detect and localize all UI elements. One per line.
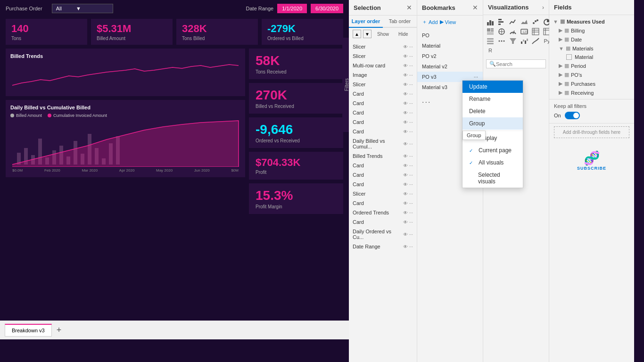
ctx-selected-visuals[interactable]: ✓ Selected visuals	[462, 169, 523, 188]
viz-icon-scatter[interactable]	[531, 18, 540, 26]
list-item[interactable]: Card 👁···	[349, 180, 417, 189]
viz-icon-treemap[interactable]	[486, 27, 495, 36]
filters-panel: Filters	[342, 38, 349, 132]
ctx-delete[interactable]: Delete	[462, 105, 523, 117]
eye-icon: 👁	[403, 63, 408, 68]
bm-add-btn[interactable]: ＋ Add	[422, 18, 438, 25]
eye-icon: 👁	[403, 182, 408, 187]
list-item[interactable]: Slicer 👁···	[349, 42, 417, 51]
tab-layer-order[interactable]: Layer order	[349, 16, 383, 28]
viz-icon-ribbon[interactable]	[531, 37, 540, 45]
list-item[interactable]: Slicer 👁···	[349, 189, 417, 198]
list-item[interactable]: Daily Ordered vs Cu... 👁···	[349, 227, 417, 242]
viz-icon-area[interactable]	[520, 18, 528, 26]
viz-icon-r[interactable]: R	[486, 46, 495, 55]
list-item[interactable]: Date Range 👁···	[349, 242, 417, 251]
list-item[interactable]: Billed Trends 👁···	[349, 151, 417, 161]
top-bar: Purchase Order All ▼ Date Range 1/1/2020…	[0, 0, 349, 17]
viz-icon-line[interactable]	[509, 18, 517, 26]
viz-icon-funnel[interactable]	[509, 37, 517, 45]
date-end-btn[interactable]: 6/30/2020	[311, 4, 343, 13]
tab-tab-order[interactable]: Tab order	[383, 16, 417, 27]
bookmark-material-v2[interactable]: Material v2	[417, 61, 483, 72]
list-item[interactable]: Card 👁···	[349, 127, 417, 136]
bookmark-more-icon[interactable]: ···	[474, 74, 478, 80]
bookmarks-close-icon[interactable]: ✕	[472, 4, 478, 11]
viz-search-input[interactable]	[496, 61, 543, 67]
ctx-update[interactable]: Update	[462, 81, 523, 93]
selection-close-icon[interactable]: ✕	[406, 4, 412, 11]
more-icon: ···	[409, 73, 413, 78]
viz-icon-card[interactable]: 123	[520, 27, 528, 36]
ctx-group[interactable]: Group Group	[462, 117, 523, 130]
tree-billing[interactable]: ▶ ▦ Billing	[549, 26, 634, 35]
list-item[interactable]: Slicer 👁···	[349, 51, 417, 61]
ctx-rename[interactable]: Rename	[462, 93, 523, 105]
tree-pos[interactable]: ▶ ▦ PO's	[549, 70, 634, 79]
tree-period[interactable]: ▶ ▦ Period	[549, 61, 634, 70]
viz-icon-gauge[interactable]	[509, 27, 517, 36]
ctx-all-visuals[interactable]: ✓ All visuals	[462, 156, 523, 169]
toggle-thumb	[573, 113, 579, 118]
po-select[interactable]: All ▼	[52, 4, 113, 13]
bm-view-btn[interactable]: ▶ View	[440, 18, 456, 25]
date-range-label: Date Range	[246, 6, 274, 11]
show-btn[interactable]: Show	[373, 31, 393, 38]
list-item[interactable]: Image 👁···	[349, 70, 417, 80]
material-checkbox[interactable]	[566, 54, 572, 60]
x-axis-labels: $0.0M Feb 2020 Mar 2020 Apr 2020 May 202…	[10, 168, 240, 173]
selection-title: Selection	[354, 4, 381, 11]
keep-filters-toggle[interactable]	[565, 112, 580, 119]
tree-receiving[interactable]: ▶ ▦ Receiving	[549, 88, 634, 97]
arrow-up-btn[interactable]: ▲	[353, 30, 361, 38]
list-item[interactable]: Daily Billed vs Cumul... 👁···	[349, 136, 417, 151]
viz-icon-bar[interactable]	[497, 18, 506, 26]
list-item[interactable]: Card 👁···	[349, 99, 417, 108]
list-item[interactable]: Card 👁···	[349, 117, 417, 127]
eye-icon: 👁	[403, 210, 408, 215]
ctx-current-page[interactable]: ✓ Current page	[462, 144, 523, 156]
chevron-down-icon: ▼	[553, 19, 558, 25]
tree-date[interactable]: ▶ ▦ Date	[549, 35, 634, 44]
list-item[interactable]: Card 👁···	[349, 161, 417, 170]
list-item[interactable]: Card 👁···	[349, 108, 417, 117]
tree-materials[interactable]: ▼ ▦ Materials	[549, 44, 634, 53]
arrow-down-btn[interactable]: ▼	[363, 30, 372, 38]
table-icon: ▦	[560, 18, 565, 25]
filters-label: Filters	[344, 78, 349, 91]
metric-tons: 140 Tons	[6, 19, 87, 45]
bookmark-material[interactable]: Material	[417, 41, 483, 51]
viz-icon-map[interactable]	[497, 27, 506, 36]
tree-material-item[interactable]: Material	[549, 53, 634, 61]
date-start-btn[interactable]: 1/1/2020	[277, 4, 307, 13]
metric-tons-billed-label: Tons Billed	[182, 36, 252, 41]
add-tab-button[interactable]: +	[54, 325, 65, 335]
profit-margin-card: 15.3% Profit Margin	[249, 183, 343, 214]
viz-icon-more[interactable]	[497, 37, 506, 45]
hide-btn[interactable]: Hide	[395, 31, 412, 38]
bookmark-po[interactable]: PO	[417, 30, 483, 41]
page-tab-breakdown[interactable]: Breakdown v3	[5, 324, 52, 337]
bm-actions: ＋ Add ▶ View	[417, 16, 483, 28]
list-item[interactable]: Card 👁···	[349, 170, 417, 180]
viz-icon-stacked-bar[interactable]	[486, 18, 495, 26]
list-item[interactable]: Ordered Trends 👁···	[349, 208, 417, 217]
list-item[interactable]: Slicer 👁···	[349, 80, 417, 89]
drill-through-section: Add drill-through fields here	[549, 123, 634, 141]
tree-purchases[interactable]: ▶ ▦ Purchases	[549, 79, 634, 88]
tree-measures-used[interactable]: ▼ ▦ Measures Used	[549, 17, 634, 26]
metrics-row: 140 Tons $5.31M Billed Amount 328K Tons …	[0, 17, 349, 47]
more-icon: ···	[409, 163, 413, 168]
viz-icon-slicer[interactable]	[486, 37, 495, 45]
list-item[interactable]: Multi-row card 👁···	[349, 61, 417, 70]
list-item[interactable]: Card 👁···	[349, 217, 417, 227]
viz-icon-table[interactable]	[531, 27, 540, 36]
chart-legend: Billed Amount Cumulative Invoiced Amount	[10, 113, 240, 118]
svg-rect-20	[498, 24, 501, 25]
viz-expand-icon[interactable]: ›	[542, 4, 544, 11]
bookmark-po-v2[interactable]: PO v2	[417, 51, 483, 61]
list-item[interactable]: Card 👁···	[349, 198, 417, 208]
viz-icon-waterfall[interactable]	[520, 37, 528, 45]
drill-through-btn[interactable]: Add drill-through fields here	[554, 126, 629, 138]
list-item[interactable]: Card 👁···	[349, 89, 417, 99]
